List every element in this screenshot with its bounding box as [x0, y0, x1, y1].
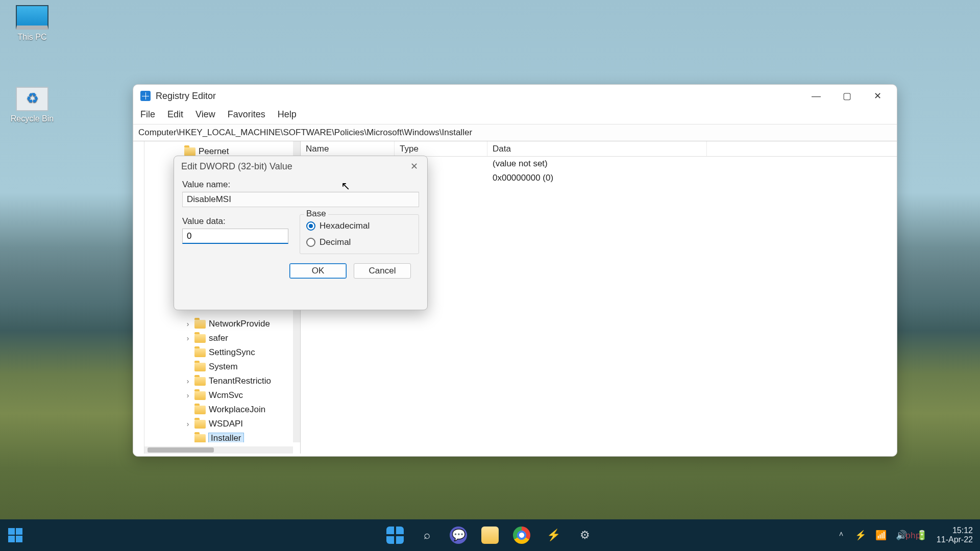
- cell-data: (value not set): [487, 159, 548, 169]
- start-tablet-button[interactable]: [0, 528, 31, 542]
- column-header-name[interactable]: Name: [301, 141, 395, 156]
- column-header-type[interactable]: Type: [395, 141, 487, 156]
- dialog-title: Edit DWORD (32-bit) Value: [181, 161, 292, 172]
- folder-icon: [194, 434, 206, 443]
- base-group: Base Hexadecimal Decimal: [300, 214, 419, 254]
- value-name-input[interactable]: [182, 192, 419, 207]
- menu-favorites[interactable]: Favorites: [228, 109, 265, 120]
- cancel-button[interactable]: Cancel: [354, 263, 411, 279]
- folder-icon: [194, 334, 206, 343]
- clock-date: 11-Apr-22: [937, 535, 973, 544]
- radio-decimal[interactable]: Decimal: [306, 237, 412, 247]
- app-bolt-button[interactable]: ⚡: [545, 527, 562, 544]
- tree-item-label: Peernet: [199, 146, 229, 157]
- taskbar-center: ⌕ 💬 ⚡ ⚙: [386, 527, 594, 544]
- edit-dword-dialog: Edit DWORD (32-bit) Value ✕ Value name: …: [174, 156, 428, 310]
- radio-hexadecimal[interactable]: Hexadecimal: [306, 221, 412, 231]
- tree-item-label: SettingSync: [209, 347, 255, 358]
- desktop-icon-this-pc[interactable]: This PC: [4, 5, 60, 42]
- radio-label: Hexadecimal: [320, 221, 370, 231]
- tree-item-label: Installer: [209, 433, 243, 442]
- taskbar-clock[interactable]: 15:12 11-Apr-22: [937, 526, 973, 545]
- value-name-label: Value name:: [182, 180, 419, 190]
- tree-expander-icon[interactable]: ›: [184, 320, 191, 328]
- dialog-close-button[interactable]: ✕: [404, 156, 424, 177]
- settings-button[interactable]: ⚙: [576, 527, 594, 544]
- watermark: php: [905, 531, 921, 541]
- base-legend: Base: [304, 209, 328, 219]
- folder-icon: [194, 348, 206, 357]
- titlebar[interactable]: Registry Editor — ▢ ✕: [133, 85, 897, 107]
- folder-icon: [194, 320, 206, 329]
- tree-item-label: System: [209, 362, 238, 372]
- tree-item[interactable]: ›NetworkProvide: [144, 317, 293, 331]
- scrollbar-thumb[interactable]: [148, 447, 214, 453]
- folder-icon: [194, 406, 206, 414]
- tree-item-label: WorkplaceJoin: [209, 405, 265, 415]
- search-button[interactable]: ⌕: [418, 527, 435, 544]
- menu-bar: File Edit View Favorites Help: [133, 107, 897, 124]
- address-bar[interactable]: Computer\HKEY_LOCAL_MACHINE\SOFTWARE\Pol…: [133, 124, 897, 141]
- tree-expander-icon[interactable]: ›: [184, 377, 191, 385]
- tree-item[interactable]: SettingSync: [144, 345, 293, 360]
- monitor-icon: [16, 5, 48, 30]
- folder-icon: [194, 420, 206, 429]
- ok-button[interactable]: OK: [289, 263, 347, 279]
- chrome-button[interactable]: [513, 527, 530, 544]
- tree-item[interactable]: WorkplaceJoin: [144, 403, 293, 417]
- tree-expander-icon[interactable]: ›: [184, 391, 191, 399]
- file-explorer-button[interactable]: [481, 527, 499, 544]
- tray-wifi-icon[interactable]: 📶: [875, 530, 887, 541]
- recycle-bin-icon: [16, 87, 48, 111]
- tree-expander-icon[interactable]: ›: [184, 334, 191, 342]
- tree-item-label: WSDAPI: [209, 419, 243, 429]
- column-header-data[interactable]: Data: [487, 141, 707, 156]
- maximize-button[interactable]: ▢: [831, 85, 862, 107]
- radio-icon: [306, 221, 315, 231]
- tree-item[interactable]: System: [144, 360, 293, 374]
- desktop-icon-label: Recycle Bin: [4, 114, 60, 123]
- tree-scrollbar-horizontal[interactable]: [144, 446, 293, 454]
- tree-item-label: safer: [209, 333, 228, 343]
- tree-item[interactable]: ›WSDAPI: [144, 417, 293, 431]
- tree-item[interactable]: Installer: [144, 431, 293, 442]
- tree-item[interactable]: ›safer: [144, 331, 293, 345]
- radio-icon: [306, 238, 315, 247]
- menu-edit[interactable]: Edit: [167, 109, 183, 120]
- folder-icon: [194, 363, 206, 371]
- list-header[interactable]: Name Type Data: [301, 141, 897, 157]
- tree-gutter: [133, 141, 144, 454]
- folder-icon: [184, 147, 195, 156]
- tray-chevron-icon[interactable]: ＾: [837, 529, 846, 541]
- folder-icon: [194, 391, 206, 400]
- window-title: Registry Editor: [156, 91, 216, 102]
- minimize-button[interactable]: —: [801, 85, 831, 107]
- tree-item-label: WcmSvc: [209, 390, 243, 400]
- tree-item[interactable]: ›TenantRestrictio: [144, 374, 293, 388]
- menu-help[interactable]: Help: [278, 109, 297, 120]
- windows-icon: [8, 528, 22, 542]
- cell-data: 0x00000000 (0): [487, 173, 553, 183]
- menu-file[interactable]: File: [140, 109, 155, 120]
- tree-item-label: NetworkProvide: [209, 319, 270, 329]
- chat-button[interactable]: 💬: [450, 527, 467, 544]
- radio-label: Decimal: [320, 237, 351, 247]
- clock-time: 15:12: [937, 526, 973, 535]
- menu-view[interactable]: View: [195, 109, 215, 120]
- tree-item[interactable]: ›WcmSvc: [144, 388, 293, 403]
- tree-item-label: TenantRestrictio: [209, 376, 271, 386]
- value-data-input[interactable]: [182, 229, 288, 244]
- desktop-icon-label: This PC: [4, 33, 60, 42]
- folder-icon: [194, 377, 206, 386]
- tree-expander-icon[interactable]: ›: [184, 420, 191, 428]
- close-button[interactable]: ✕: [862, 85, 893, 107]
- dialog-titlebar[interactable]: Edit DWORD (32-bit) Value ✕: [174, 156, 427, 177]
- regedit-app-icon: [140, 91, 151, 101]
- tray-power-icon[interactable]: ⚡: [855, 530, 866, 541]
- desktop-icon-recycle-bin[interactable]: Recycle Bin: [4, 87, 60, 123]
- start-button[interactable]: [386, 527, 404, 544]
- desktop: This PC Recycle Bin Registry Editor — ▢ …: [0, 0, 980, 551]
- value-data-label: Value data:: [182, 216, 288, 227]
- taskbar: ⌕ 💬 ⚡ ⚙ ＾ ⚡ 📶 🔊 🔋 15:12 11-Apr-22 php: [0, 519, 980, 551]
